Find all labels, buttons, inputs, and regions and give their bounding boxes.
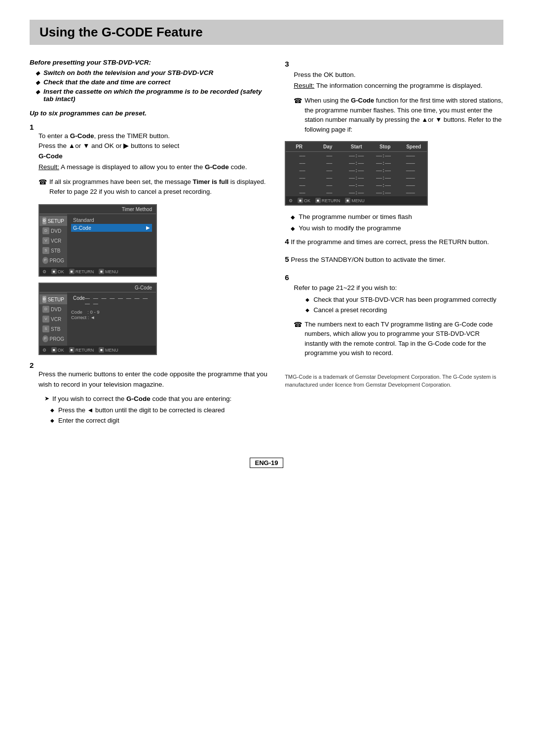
result-label: Result: bbox=[38, 163, 59, 171]
cell: —— bbox=[317, 160, 342, 166]
step-1-body: To enter a G-Code, press the TIMER butto… bbox=[38, 131, 270, 196]
osd-sidebar-2-dvd-label: DVD bbox=[51, 307, 61, 312]
step-6: 6 Refer to page 21~22 if you wish to: Ch… bbox=[285, 272, 503, 358]
osd-footer-1: ⚙ ■ OK ■ RETURN ■ MENU bbox=[39, 267, 156, 276]
cell: ——— bbox=[398, 160, 423, 166]
step-5-text: Press the STANDBY/ON button to activate … bbox=[291, 256, 445, 263]
menu-btn-timer: ■ bbox=[345, 198, 350, 203]
osd-body-2: ⚙ SETUP D DVD V VCR S STB bbox=[39, 292, 156, 346]
list-item: Check that the date and time are correct bbox=[36, 78, 270, 86]
osd-sidebar-vcr: V VCR bbox=[39, 236, 67, 246]
sub-list-item-2: Enter the correct digit bbox=[50, 416, 270, 425]
osd-sidebar-2-vcr-label: VCR bbox=[51, 317, 61, 322]
osd-sidebar-2: ⚙ SETUP D DVD V VCR S STB bbox=[39, 292, 67, 346]
osd-sidebar-dvd-label: DVD bbox=[51, 228, 61, 234]
osd-sidebar-1: ⚙ SETUP D DVD V VCR S STB bbox=[39, 214, 67, 267]
step-2-number: 2 bbox=[30, 361, 34, 369]
page-title: Using the G-CODE Feature bbox=[39, 25, 494, 40]
menu-btn: ■ bbox=[99, 269, 104, 274]
result-label-3: Result: bbox=[294, 82, 314, 89]
timer-row-1: —— —— ——:—— ——:—— ——— bbox=[286, 152, 427, 159]
osd-sidebar-2-setup: ⚙ SETUP bbox=[39, 294, 67, 304]
code-dashes: — — — — — — — — — — bbox=[85, 295, 150, 306]
timer-footer-icon: ⚙ bbox=[289, 198, 293, 203]
menu-btn-2: ■ bbox=[99, 347, 104, 353]
page-number-wrapper: ENG-19 bbox=[30, 448, 503, 468]
step-1-line2: Press the ▲or ▼ and OK or ▶ buttons to s… bbox=[38, 141, 270, 151]
ok-btn-2: ■ bbox=[51, 347, 57, 353]
code-range: Code : 0 - 9 bbox=[71, 309, 152, 315]
cell: ——:—— bbox=[371, 160, 396, 166]
cell: ——— bbox=[398, 190, 423, 195]
return-btn: ■ bbox=[69, 269, 75, 274]
timer-footer-ok: ■ OK bbox=[298, 198, 310, 203]
osd-sidebar-2-vcr: V VCR bbox=[39, 314, 67, 324]
correct-value: Correct : ◄ bbox=[71, 315, 152, 320]
timer-row-5: —— —— ——:—— ——:—— ——— bbox=[286, 181, 427, 189]
osd-footer-icon-1: ⚙ bbox=[42, 269, 46, 274]
step-3-note: When using the G-Code function for the f… bbox=[294, 96, 503, 134]
col-pr: PR bbox=[290, 144, 308, 149]
cell: ——:—— bbox=[371, 190, 396, 195]
osd-sidebar-2-prog: P PROG bbox=[39, 334, 67, 344]
page-title-bar: Using the G-CODE Feature bbox=[30, 20, 503, 45]
cell: —— bbox=[317, 190, 342, 195]
sub-list-item-1: Press the ◄ button until the digit to be… bbox=[50, 406, 270, 415]
step-6-number: 6 bbox=[285, 273, 289, 282]
return-label-2: RETURN bbox=[76, 348, 94, 353]
step-6-body: Refer to page 21~22 if you wish to: Chec… bbox=[294, 283, 503, 358]
bullet-flash: The programme number or times flash bbox=[291, 213, 503, 222]
step-4-text: If the programme and times are correct, … bbox=[291, 238, 489, 246]
osd-menu-standard: Standard bbox=[71, 216, 152, 224]
osd-footer-2-menu: ■ MENU bbox=[99, 347, 118, 353]
prog-icon-2: P bbox=[42, 335, 48, 342]
gear-icon-2: ⚙ bbox=[42, 296, 46, 303]
osd-sidebar-2-stb: S STB bbox=[39, 324, 67, 334]
cell: ——:—— bbox=[344, 153, 369, 158]
col-speed: Speed bbox=[404, 144, 423, 149]
bullets-after-table: The programme number or times flash You … bbox=[285, 213, 503, 233]
before-presetting-list: Switch on both the television and your S… bbox=[30, 69, 270, 103]
step-5: 5 Press the STANDBY/ON button to activat… bbox=[285, 254, 503, 265]
cell: ——— bbox=[398, 153, 423, 158]
ok-label-timer: OK bbox=[304, 198, 310, 203]
cell: —— bbox=[290, 160, 315, 166]
list-item: Insert the cassette on which the program… bbox=[36, 88, 270, 103]
osd-screen-1: Timer Method ⚙ SETUP D DVD V VCR bbox=[38, 204, 157, 277]
osd-title-1: Timer Method bbox=[39, 205, 156, 214]
osd-footer-menu: ■ MENU bbox=[99, 269, 118, 274]
return-label-timer: RETURN bbox=[322, 198, 341, 203]
step-6-note: The numbers next to each TV programme li… bbox=[294, 320, 503, 358]
step-2-body: Press the numeric buttons to enter the c… bbox=[38, 369, 270, 425]
cell: ——:—— bbox=[371, 153, 396, 158]
menu-label: MENU bbox=[105, 269, 118, 274]
cell: —— bbox=[290, 190, 315, 195]
cell: —— bbox=[317, 182, 342, 188]
cell: —— bbox=[317, 153, 342, 158]
osd-gcode-arrow: ▶ bbox=[146, 225, 150, 231]
step-3: 3 Press the OK button. Result: The infor… bbox=[285, 59, 503, 134]
return-btn-2: ■ bbox=[69, 347, 75, 353]
step-1-note: If all six programmes have been set, the… bbox=[38, 177, 270, 196]
osd-footer-2: ⚙ ■ OK ■ RETURN ■ MENU bbox=[39, 346, 156, 354]
main-content: Before presetting your STB-DVD-VCR: Swit… bbox=[30, 59, 503, 433]
osd-footer-2-ok: ■ OK bbox=[51, 347, 64, 353]
trademark-notice: TMG-Code is a trademark of Gemstar Devel… bbox=[285, 373, 503, 389]
menu-label-2: MENU bbox=[105, 348, 118, 353]
osd-sidebar-setup: ⚙ SETUP bbox=[39, 216, 67, 226]
osd-footer-2-return: ■ RETURN bbox=[69, 347, 94, 353]
step-1-result: Result: A message is displayed to allow … bbox=[38, 162, 270, 172]
osd-footer-ok: ■ OK bbox=[51, 269, 64, 274]
osd-title-2: G-Code bbox=[39, 284, 156, 292]
timer-row-4: —— —— ——:—— ——:—— ——— bbox=[286, 174, 427, 181]
timer-osd-footer: ⚙ ■ OK ■ RETURN ■ MENU bbox=[286, 196, 427, 205]
step-2-sub-list: Press the ◄ button until the digit to be… bbox=[38, 406, 270, 425]
right-column: 3 Press the OK button. Result: The infor… bbox=[285, 59, 503, 433]
step-1-number: 1 bbox=[30, 123, 34, 131]
osd-sidebar-2-setup-label: SETUP bbox=[48, 297, 64, 302]
cell: ——:—— bbox=[371, 175, 396, 180]
prog-icon: P bbox=[42, 257, 48, 264]
vcr-icon: V bbox=[42, 237, 49, 244]
timer-footer-return: ■ RETURN bbox=[315, 198, 340, 203]
cell: —— bbox=[317, 175, 342, 180]
